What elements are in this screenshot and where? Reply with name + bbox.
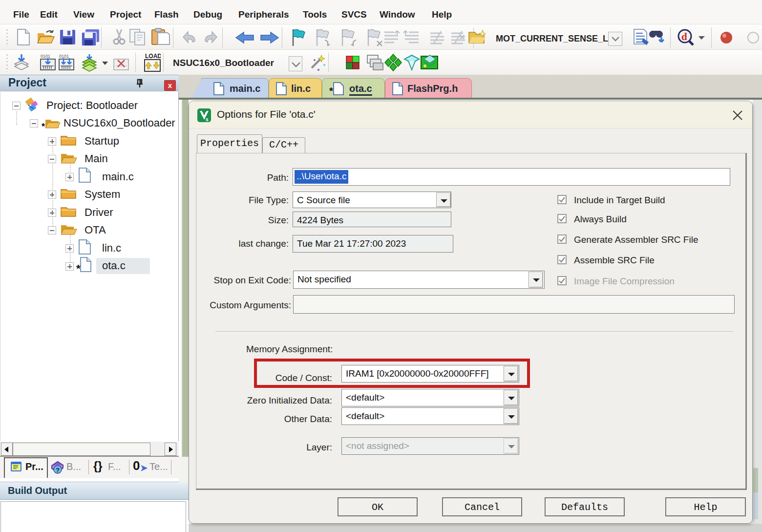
svg-text:*: * [76, 262, 81, 274]
svg-text:d: d [681, 31, 687, 43]
svg-text:*: * [329, 85, 333, 96]
svg-text:s: s [206, 117, 209, 122]
svg-text:LOAD: LOAD [145, 53, 161, 60]
svg-text:*: * [42, 122, 45, 130]
svg-text:0101: 0101 [59, 54, 69, 59]
svg-text:?: ? [56, 467, 60, 474]
svg-text:0101: 0101 [41, 54, 50, 59]
